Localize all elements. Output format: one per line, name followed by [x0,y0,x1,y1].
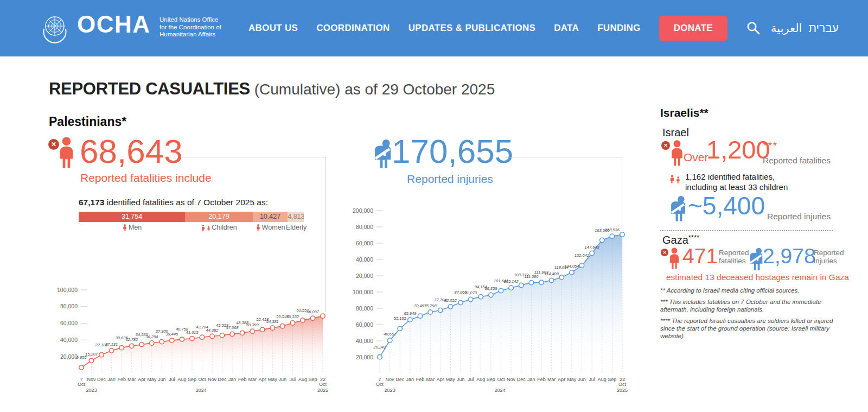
nav-coordination[interactable]: COORDINATION [316,23,390,34]
svg-text:200,000: 200,000 [353,207,373,214]
identified-fatalities-number: 67,173 [79,198,104,207]
svg-text:7Oct: 7Oct [78,377,86,387]
svg-text:Apr: Apr [558,377,565,382]
header: OCHA United Nations Office for the Coord… [0,0,868,56]
svg-text:May: May [147,377,157,382]
svg-text:54,381: 54,381 [266,319,279,324]
svg-text:Aug: Aug [598,377,607,382]
breakdown-legend-men: Men [79,224,185,231]
svg-text:Feb: Feb [238,377,247,382]
svg-text:Jul: Jul [290,377,296,382]
svg-text:May: May [268,377,278,382]
svg-text:Mar: Mar [127,377,136,382]
svg-text:Apr: Apr [138,377,145,382]
person-icon [256,224,261,231]
brand-subtitle: United Nations Office for the Coordinati… [159,16,221,39]
svg-text:Jan: Jan [406,377,414,382]
nav-funding[interactable]: FUNDING [597,23,641,34]
footnote-2: *** This includes fatalities on 7 Octobe… [660,298,840,313]
breakdown-legend-label: Children [212,224,237,231]
gaza-fatalities-label-line2: fatalities [719,257,749,265]
palestinian-injuries-caption: Reported injuries [392,173,508,186]
gaza-fatalities-label-line1: Reported [719,249,749,257]
gaza-fatality-person-icon [666,248,682,269]
svg-text:Jun: Jun [279,377,287,382]
israel-injuries-label: Reported injuries [767,212,831,221]
breakdown-legend-children: Children [185,224,253,231]
callout-line-injuries-h [503,157,622,157]
svg-text:Mar: Mar [547,377,556,382]
svg-text:100,000: 100,000 [57,287,78,293]
breakdown-legend-label: Women [262,224,285,231]
gaza-region-stars: **** [688,233,699,242]
svg-text:2023: 2023 [385,388,395,393]
svg-text:44,382: 44,382 [206,328,219,333]
svg-text:Jun: Jun [158,377,166,382]
nav-updates-publications[interactable]: UPDATES & PUBLICATIONS [409,23,536,34]
svg-text:Sep: Sep [487,377,495,382]
svg-text:Dec: Dec [218,377,227,382]
breakdown-legend-label: Men [129,224,142,231]
palestinian-fatalities-total: 68,643 [80,135,183,168]
svg-text:20,242: 20,242 [373,345,387,350]
breakdown-segment-men: 31,754 [79,212,185,222]
footnotes: ** According to Israeli media citing off… [660,287,840,344]
svg-text:100,000: 100,000 [353,289,373,295]
nav-about-us[interactable]: ABOUT US [248,23,298,34]
svg-text:Jun: Jun [578,377,586,382]
brand-logo-text[interactable]: OCHA [77,11,151,38]
footnote-1: ** According to Israeli media citing off… [660,287,840,294]
israel-fatalities-total: 1,200 [706,137,770,162]
lang-arabic-link[interactable]: العربية [771,22,802,35]
fatalities-breakdown-bar: 31,75420,17910,4274,813 [79,212,304,222]
brand-subtitle-line3: Humanitarian Affairs [159,31,221,39]
svg-text:20,000: 20,000 [356,272,373,279]
israel-fatalities-label: Reported fatalities [763,156,831,166]
svg-text:Nov: Nov [87,377,97,382]
person-icon [122,224,127,231]
svg-text:60,000: 60,000 [356,240,373,246]
breakdown-segment-elderly: 4,813 [288,212,304,222]
svg-text:47,068: 47,068 [226,325,239,330]
svg-text:50,399: 50,399 [246,322,259,327]
gaza-injuries-label-line1: Reported [814,249,844,257]
svg-text:132,642: 132,642 [575,253,590,258]
svg-text:Mar: Mar [426,377,435,382]
identified-fatalities-text: identified fatalities as of 7 October 20… [104,198,268,207]
page-title: REPORTED CASUALTIES (Cumulative) as of 2… [49,79,495,99]
svg-text:Aug: Aug [177,377,186,382]
breakdown-legend-label: Elderly [286,224,307,231]
svg-text:22Oct: 22Oct [618,377,627,387]
lang-hebrew-link[interactable]: עברית [808,22,839,35]
israel-injuries-total: ~5,400 [688,193,765,218]
svg-text:2024: 2024 [495,388,506,393]
svg-text:Nov: Nov [386,377,395,382]
identified-fatalities-line: 67,173 identified fatalities as of 7 Oct… [79,198,268,207]
donate-button[interactable]: DONATE [659,16,727,41]
fatalities-breakdown-legend: MenChildrenWomenElderly [79,224,304,231]
svg-text:Jan: Jan [228,377,237,382]
search-icon[interactable] [746,21,761,36]
gaza-injury-person-icon [746,248,765,270]
injuries-chart: 20,00040,00060,00080,000100,00020,00040,… [342,201,635,408]
svg-text:60,000: 60,000 [60,320,78,326]
svg-text:80,000: 80,000 [356,224,373,230]
page: OCHA United Nations Office for the Coord… [0,0,868,412]
svg-text:Feb: Feb [117,377,126,382]
callout-line-fatalities-h [182,157,325,157]
svg-text:168,536: 168,536 [605,227,620,232]
svg-text:Dec: Dec [517,377,526,382]
svg-text:41,615: 41,615 [186,330,199,335]
palestinian-fatalities-caption: Reported fatalities include [80,172,212,185]
person-icon [675,176,681,183]
nav-data[interactable]: DATA [554,23,579,34]
svg-text:Nov: Nov [507,377,516,382]
svg-text:7Oct: 7Oct [376,377,384,387]
svg-text:96,359: 96,359 [484,286,497,291]
injury-person-icon [371,139,394,168]
svg-text:Apr: Apr [437,377,444,382]
israel-injury-person-icon [667,195,688,221]
fatality-person-icon [55,137,78,168]
svg-text:2025: 2025 [317,388,328,393]
israel-identified-text: 1,162 identified fatalities, including a… [685,172,788,192]
